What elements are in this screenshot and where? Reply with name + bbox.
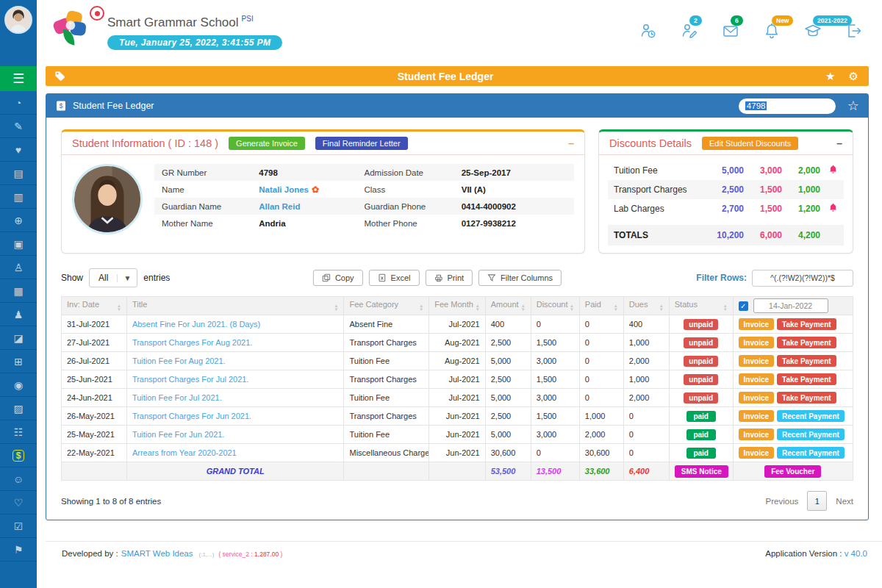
school-logo[interactable] [49,7,100,54]
sidebar-item-exams[interactable]: ⊞ [0,350,37,373]
previous-button[interactable]: Previous [766,497,799,506]
edit-discounts-button[interactable]: Edit Student Discounts [702,137,798,150]
payment-button[interactable]: Take Payment [777,373,836,385]
copy-button[interactable]: Copy [313,270,363,286]
settings-gear-icon[interactable]: ⚙ [849,70,858,83]
sidebar-item-staff[interactable]: ♟ [0,303,37,326]
sidebar-item-health-cards[interactable]: ♡ [0,491,37,514]
inv-date-cell: 25-Jun-2021 [62,370,127,389]
sidebar-item-student-fee-ledger[interactable]: $ [0,444,37,467]
col-fee-month[interactable]: Fee Month [429,297,485,315]
payment-button[interactable]: Take Payment [777,318,836,330]
menu-toggle-icon[interactable]: ☰ [0,66,37,91]
payment-button[interactable]: Recent Payment [777,410,845,422]
favorite-star-icon[interactable]: ★ [825,70,835,83]
ledger-card-title: Student Fee Ledger [73,101,154,111]
bookmark-star-icon[interactable]: ☆ [847,99,859,112]
discounts-panel: Discounts Details Edit Student Discounts… [598,129,853,254]
filter-rows-input[interactable] [752,270,853,287]
reminder-bell-icon[interactable] [820,203,838,215]
sidebar-item-accounts[interactable]: ◉ [0,373,37,397]
user-avatar[interactable] [4,6,32,34]
student-search-input[interactable]: 4798 [739,98,836,114]
sidebar-item-hostel[interactable]: ▨ [0,397,37,420]
vendor-link[interactable]: SMART Web Ideas [121,549,193,558]
collapse-discounts-panel-icon[interactable]: – [836,137,842,149]
print-button[interactable]: Print [425,270,473,286]
col-amount[interactable]: Amount [485,297,531,315]
col-title[interactable]: Title [126,297,344,315]
sidebar-item-gallery[interactable]: ◪ [0,326,37,350]
sidebar-item-id-cards[interactable]: ▥ [0,185,37,209]
logout-icon[interactable] [845,22,863,40]
invoice-button[interactable]: Invoice [739,355,774,367]
invoice-button[interactable]: Invoice [739,447,774,459]
final-reminder-button[interactable]: Final Reminder Letter [315,137,408,150]
student-name-link[interactable]: Natali Jones✿ [259,184,364,195]
messages-icon[interactable]: 6 [722,22,739,40]
sidebar-item-dashboard[interactable]: ◔ [0,91,37,115]
reminder-bell-icon[interactable] [820,165,838,176]
fee-title-link[interactable]: Tuition Fee For Jul 2021. [126,389,344,407]
col-status[interactable]: Status [669,297,733,315]
fee-title-link[interactable]: Tuition Fee For Jun 2021. [126,426,344,444]
sidebar-item-tasks[interactable]: ☑ [0,514,37,538]
fee-title-link[interactable]: Transport Charges For Aug 2021. [126,334,344,352]
session-icon[interactable]: 2021-2022 [804,22,822,40]
filter-columns-button[interactable]: Filter Columns [478,270,562,286]
next-button[interactable]: Next [836,497,853,506]
invoice-button[interactable]: Invoice [739,410,774,422]
totals-discount: 6,000 [744,230,782,240]
sidebar-item-fee-cards[interactable]: ▤ [0,162,37,185]
sidebar-item-website[interactable]: ⊕ [0,209,37,232]
fee-voucher-button[interactable]: Fee Voucher [764,465,821,478]
sidebar-item-library[interactable]: ☷ [0,420,37,444]
net-amount: 1,200 [782,204,820,214]
excel-button[interactable]: Excel [369,270,420,286]
sidebar: ☰ ◔ ✎ ♥ ▤ ▥ ⊕ [0,0,37,588]
invoice-button[interactable]: Invoice [739,337,774,348]
fee-title-link[interactable]: Arrears from Year 2020-2021 [126,444,344,462]
user-clock-icon[interactable] [639,22,657,40]
date-filter-checkbox[interactable] [739,301,748,311]
invoice-button[interactable]: Invoice [739,392,774,404]
page-size-select[interactable]: All ▼ [89,268,137,287]
col-paid[interactable]: Paid [579,297,623,315]
invoice-button[interactable]: Invoice [739,429,774,440]
payment-button[interactable]: Take Payment [777,355,836,367]
sidebar-item-admissions[interactable]: ✎ [0,115,37,138]
fee-month-cell: Jul-2021 [429,315,485,334]
fee-month-cell: Jun-2021 [429,444,485,462]
fee-title-link[interactable]: Absent Fine For Jun 2021. (8 Days) [126,315,344,334]
sidebar-item-alumni[interactable]: ⚑ [0,538,37,562]
sidebar-item-parents[interactable]: ☺ [0,467,37,491]
payment-button[interactable]: Take Payment [777,337,836,348]
payment-button[interactable]: Recent Payment [777,429,845,440]
invoice-button[interactable]: Invoice [739,318,774,330]
col-inv-date[interactable]: Inv: Date [62,297,127,315]
discounts-totals-row: TOTALS 10,200 6,000 4,200 [608,225,844,245]
notifications-icon[interactable]: New [763,22,781,40]
col-dues[interactable]: Dues [623,297,669,315]
fee-title-link[interactable]: Transport Charges For Jun 2021. [126,407,344,426]
avatar-photo [6,7,31,32]
fee-title-link[interactable]: Transport Charges For Jul 2021. [126,370,344,389]
col-discount[interactable]: Discount [531,297,579,315]
invoice-button[interactable]: Invoice [739,373,774,385]
payment-button[interactable]: Recent Payment [777,447,845,459]
sidebar-item-health[interactable]: ♥ [0,138,37,162]
user-edit-icon[interactable]: 2 [681,22,698,40]
sidebar-item-clipboard[interactable]: ▣ [0,232,37,256]
sidebar-item-students[interactable]: ♙ [0,256,37,279]
fee-title-link[interactable]: Tuition Fee For Aug 2021. [126,352,344,370]
page-1-button[interactable]: 1 [807,491,827,511]
sidebar-item-attendance[interactable]: ▦ [0,279,37,303]
payment-button[interactable]: Take Payment [777,392,836,404]
generate-invoice-button[interactable]: Generate Invoice [229,137,305,150]
col-fee-category[interactable]: Fee Category [344,297,429,315]
date-filter-input[interactable]: 14-Jan-2022 [753,298,828,313]
sms-notice-button[interactable]: SMS Notice [675,465,728,478]
status-badge: unpaid [684,356,718,367]
collapse-student-panel-icon[interactable]: – [568,137,574,149]
guardian-name-link[interactable]: Allan Reid [259,202,364,211]
